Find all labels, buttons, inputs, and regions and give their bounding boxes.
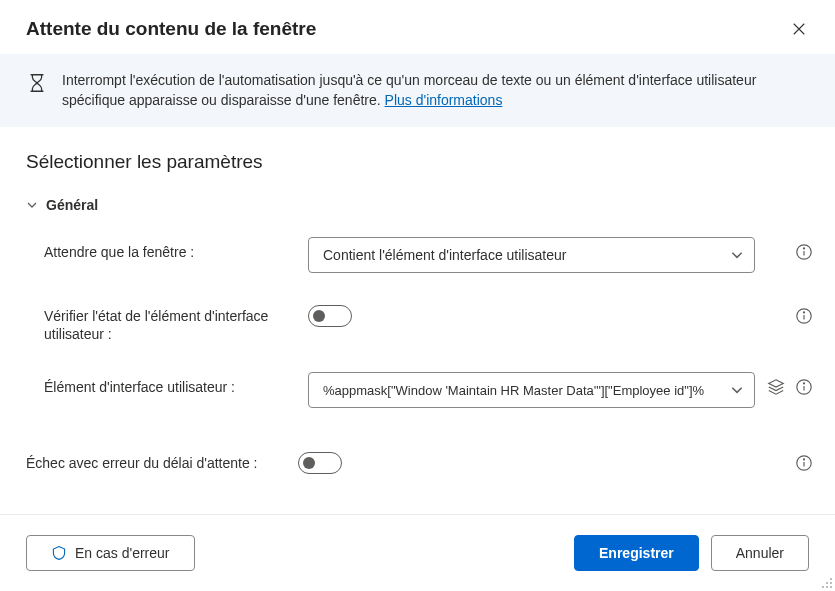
on-error-label: En cas d'erreur (75, 545, 170, 561)
svg-point-14 (826, 582, 828, 584)
group-general-label: Général (46, 197, 98, 213)
toggle-knob (303, 457, 315, 469)
info-icon[interactable] (795, 307, 813, 325)
save-button[interactable]: Enregistrer (574, 535, 699, 571)
chevron-down-icon (26, 199, 38, 211)
dialog-footer: En cas d'erreur Enregistrer Annuler (0, 514, 835, 591)
section-title: Sélectionner les paramètres (0, 127, 835, 183)
save-label: Enregistrer (599, 545, 674, 561)
svg-point-8 (803, 383, 804, 384)
more-info-link[interactable]: Plus d'informations (385, 92, 503, 108)
cancel-label: Annuler (736, 545, 784, 561)
svg-point-12 (830, 578, 832, 580)
svg-point-13 (830, 582, 832, 584)
timeout-error-toggle[interactable] (298, 452, 342, 474)
wait-window-select[interactable]: Contient l'élément d'interface utilisate… (308, 237, 755, 273)
dialog-title: Attente du contenu de la fenêtre (26, 18, 316, 40)
svg-point-15 (830, 586, 832, 588)
wait-window-value: Contient l'élément d'interface utilisate… (323, 247, 566, 263)
group-general-header[interactable]: Général (0, 183, 835, 223)
svg-point-17 (822, 586, 824, 588)
timeout-error-label: Échec avec erreur du délai d'attente : (26, 448, 286, 473)
cancel-button[interactable]: Annuler (711, 535, 809, 571)
toggle-knob (313, 310, 325, 322)
svg-point-5 (803, 311, 804, 312)
info-icon[interactable] (795, 243, 813, 261)
info-banner: Interrompt l'exécution de l'automatisati… (0, 54, 835, 127)
wait-window-label: Attendre que la fenêtre : (44, 237, 296, 262)
ui-element-value: %appmask["Window 'Maintain HR Master Dat… (323, 383, 704, 398)
close-icon (792, 22, 806, 36)
close-button[interactable] (789, 19, 809, 39)
ui-element-label: Élément d'interface utilisateur : (44, 372, 296, 397)
ui-element-select[interactable]: %appmask["Window 'Maintain HR Master Dat… (308, 372, 755, 408)
chevron-down-icon (730, 248, 744, 262)
svg-point-2 (803, 247, 804, 248)
check-state-toggle[interactable] (308, 305, 352, 327)
info-icon[interactable] (795, 454, 813, 472)
resize-grip-icon[interactable] (821, 577, 833, 589)
shield-icon (51, 545, 67, 561)
check-state-label: Vérifier l'état de l'élément d'interface… (44, 301, 296, 345)
svg-point-11 (803, 459, 804, 460)
ui-element-picker-icon[interactable] (767, 378, 785, 396)
svg-point-16 (826, 586, 828, 588)
on-error-button[interactable]: En cas d'erreur (26, 535, 195, 571)
chevron-down-icon (730, 383, 744, 397)
hourglass-icon (26, 72, 48, 94)
info-icon[interactable] (795, 378, 813, 396)
banner-text: Interrompt l'exécution de l'automatisati… (62, 70, 809, 111)
